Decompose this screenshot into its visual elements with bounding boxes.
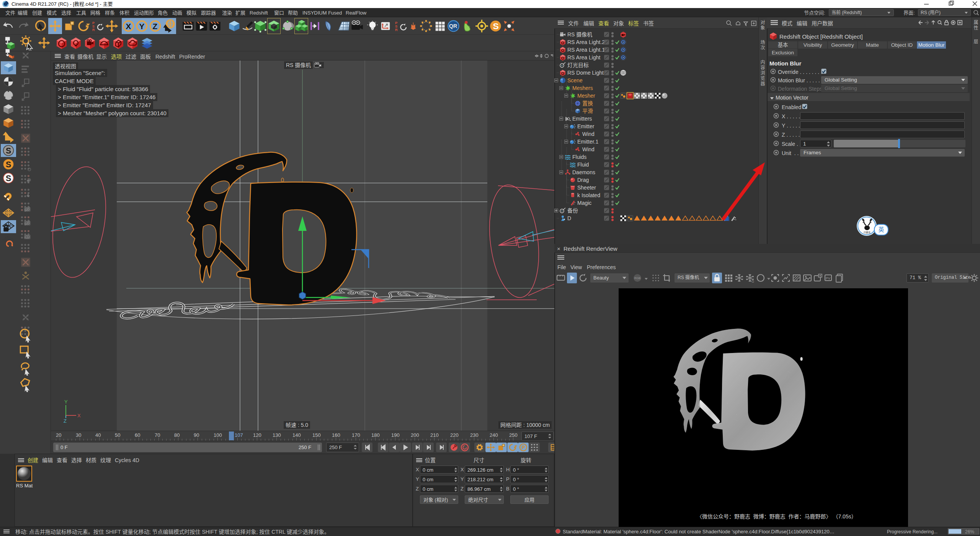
svg-text:X: X [126,22,131,31]
svg-text:P: P [522,445,525,450]
svg-text:R: R [395,28,398,32]
svg-text:S: S [6,160,11,169]
svg-text:Z: Z [152,22,157,31]
svg-text:S: S [493,21,498,31]
svg-text:S: S [6,146,11,155]
svg-text:Z: Z [64,418,67,424]
svg-text:Y: Y [139,22,144,31]
svg-text:QR: QR [449,23,457,29]
svg-text:Y: Y [64,399,68,405]
svg-text:G: G [751,279,754,283]
svg-text:PV: PV [826,276,830,280]
svg-text:R: R [92,28,95,32]
svg-text:X: X [77,413,81,418]
svg-text:RGB: RGB [634,276,640,280]
svg-text:行鹿志: 行鹿志 [864,231,871,234]
svg-text:S: S [6,174,11,183]
